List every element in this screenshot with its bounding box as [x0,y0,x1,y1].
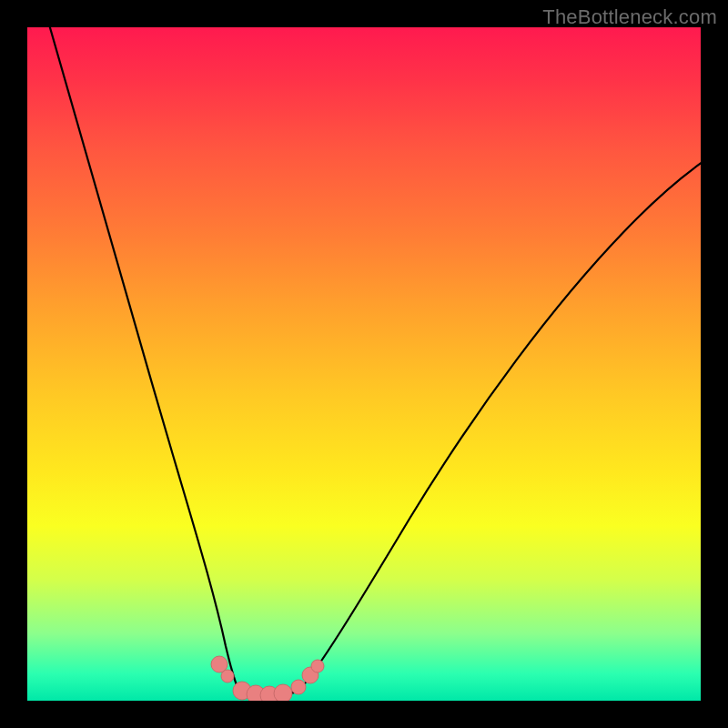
curve-right-branch [300,162,701,689]
valley-marker [291,680,306,694]
curve-left-branch [47,27,238,689]
valley-marker [221,670,234,682]
valley-marker [311,660,324,672]
chart-plot-area [27,27,701,701]
valley-marker-group [211,656,324,701]
watermark-text: TheBottleneck.com [542,5,717,29]
valley-marker [274,684,292,701]
bottleneck-curve-svg [27,27,701,701]
